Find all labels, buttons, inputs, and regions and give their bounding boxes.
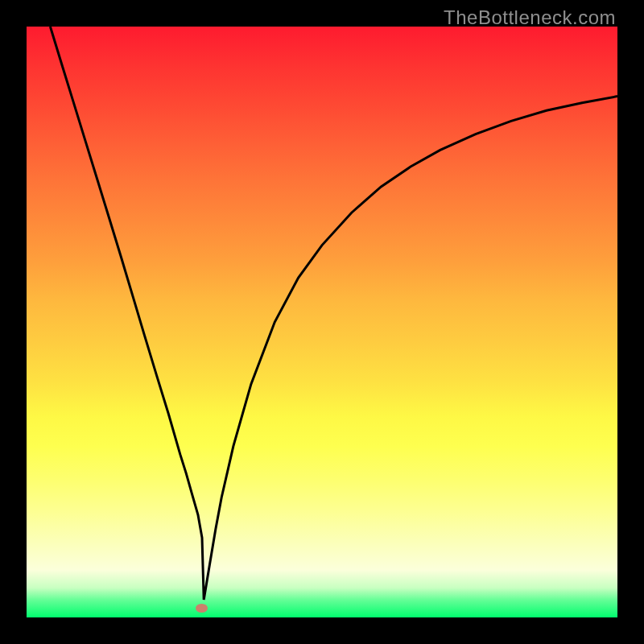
bottleneck-curve xyxy=(50,27,617,600)
chart-frame: TheBottleneck.com xyxy=(0,0,644,644)
watermark-text: TheBottleneck.com xyxy=(444,6,616,29)
curve-svg xyxy=(27,27,617,617)
